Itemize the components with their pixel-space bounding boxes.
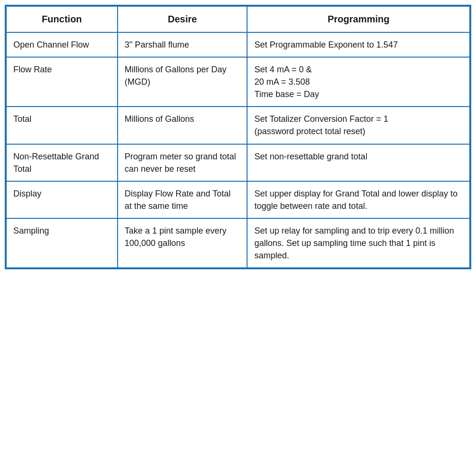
cell-desire: Millions of Gallons: [118, 107, 248, 144]
cell-desire: Display Flow Rate and Total at the same …: [118, 181, 248, 218]
table-row: SamplingTake a 1 pint sample every 100,0…: [6, 218, 470, 268]
cell-programming: Set upper display for Grand Total and lo…: [247, 181, 470, 218]
table-row: Flow RateMillions of Gallons per Day (MG…: [6, 57, 470, 107]
cell-function: Sampling: [6, 218, 118, 268]
header-desire: Desire: [118, 6, 248, 32]
cell-programming: Set Totalizer Conversion Factor = 1(pass…: [247, 107, 470, 144]
cell-programming: Set non-resettable grand total: [247, 144, 470, 181]
cell-desire: Millions of Gallons per Day (MGD): [118, 57, 248, 107]
cell-programming: Set Programmable Exponent to 1.547: [247, 32, 470, 57]
table-row: Non-Resettable Grand TotalProgram meter …: [6, 144, 470, 181]
header-row: Function Desire Programming: [6, 6, 470, 32]
cell-desire: Take a 1 pint sample every 100,000 gallo…: [118, 218, 248, 268]
cell-desire: Program meter so grand total can never b…: [118, 144, 248, 181]
table-row: Open Channel Flow3" Parshall flumeSet Pr…: [6, 32, 470, 57]
programming-table: Function Desire Programming Open Channel…: [6, 6, 470, 268]
header-programming: Programming: [247, 6, 470, 32]
header-function: Function: [6, 6, 118, 32]
main-table-container: Function Desire Programming Open Channel…: [5, 5, 471, 269]
cell-function: Non-Resettable Grand Total: [6, 144, 118, 181]
cell-function: Flow Rate: [6, 57, 118, 107]
cell-function: Display: [6, 181, 118, 218]
cell-desire: 3" Parshall flume: [118, 32, 248, 57]
cell-programming: Set up relay for sampling and to trip ev…: [247, 218, 470, 268]
cell-function: Total: [6, 107, 118, 144]
cell-function: Open Channel Flow: [6, 32, 118, 57]
cell-programming: Set 4 mA = 0 &20 mA = 3.508Time base = D…: [247, 57, 470, 107]
table-row: DisplayDisplay Flow Rate and Total at th…: [6, 181, 470, 218]
table-row: TotalMillions of GallonsSet Totalizer Co…: [6, 107, 470, 144]
